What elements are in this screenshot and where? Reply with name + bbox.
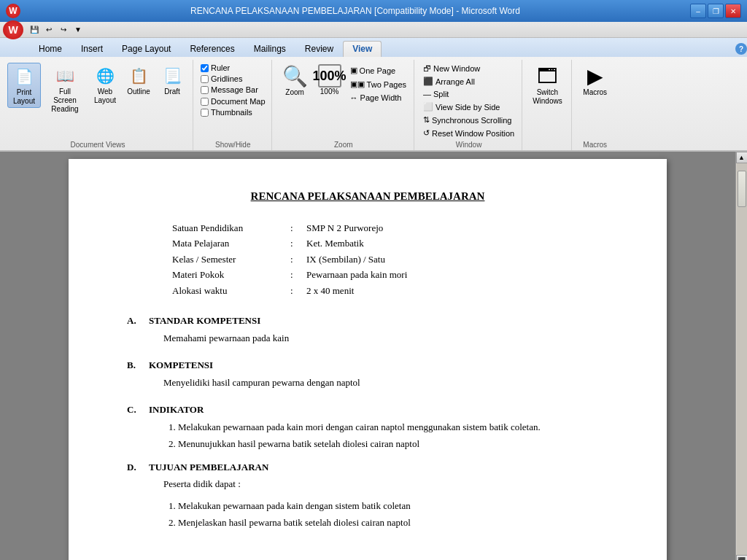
- synchronous-scrolling-button[interactable]: ⇅ Synchronous Scrolling: [420, 114, 514, 126]
- full-screen-reading-button[interactable]: 📖 Full ScreenReading: [42, 63, 88, 115]
- split-icon: —: [423, 90, 431, 98]
- full-screen-label: Full ScreenReading: [47, 88, 83, 114]
- window-row1: 🗗 New Window: [420, 63, 483, 74]
- tab-insert[interactable]: Insert: [71, 41, 112, 57]
- document-views-items: 📄 PrintLayout 📖 Full ScreenReading 🌐 Web…: [7, 61, 188, 139]
- switch-windows-items: 🗔 SwitchWindows: [528, 61, 567, 147]
- one-page-button[interactable]: ▣ One Page: [347, 64, 409, 77]
- office-icon[interactable]: W: [6, 4, 20, 18]
- field-mata-value: Ket. Membatik: [306, 236, 407, 251]
- save-quick-button[interactable]: 💾: [28, 23, 41, 36]
- section-c-content: INDIKATOR Melakukan pewarnaan pada kain …: [149, 402, 608, 454]
- tab-page-layout[interactable]: Page Layout: [112, 41, 180, 57]
- section-b-heading: KOMPETENSI: [149, 358, 608, 373]
- draft-button[interactable]: 📃 Draft: [156, 63, 188, 98]
- zoom-button[interactable]: 🔍 Zoom: [278, 63, 312, 98]
- macros-label: Macros: [583, 88, 607, 97]
- page-width-button[interactable]: ↔ Page Width: [347, 92, 409, 104]
- message-bar-checkbox[interactable]: Message Bar: [199, 85, 260, 95]
- macros-group: ▶ Macros Macros: [573, 60, 617, 150]
- field-materi: Materi Pokok : Pewarnaan pada kain mori: [172, 268, 407, 282]
- field-satuan-colon: :: [290, 221, 305, 236]
- show-hide-group: Ruler Gridlines Message Bar Document Map…: [195, 60, 272, 150]
- section-c: C. INDIKATOR Melakukan pewarnaan pada ka…: [127, 402, 608, 454]
- document-page: RENCANA PELAKSANAAN PEMBELAJARAN Satuan …: [69, 159, 667, 560]
- ribbon: Home Insert Page Layout References Maili…: [0, 38, 747, 152]
- arrange-all-button[interactable]: ⬛ Arrange All: [420, 75, 478, 88]
- minimize-button[interactable]: –: [690, 4, 706, 18]
- close-button[interactable]: ✕: [725, 4, 741, 18]
- thumbnails-checkbox[interactable]: Thumbnails: [199, 107, 267, 117]
- tab-review[interactable]: Review: [295, 41, 343, 57]
- sync-scroll-icon: ⇅: [423, 115, 430, 125]
- quick-access-toolbar: W 💾 ↩ ↪ ▼: [0, 22, 747, 38]
- web-layout-button[interactable]: 🌐 WebLayout: [89, 63, 121, 106]
- draft-label: Draft: [164, 88, 180, 96]
- field-kelas-value: IX (Sembilan) / Satu: [306, 252, 407, 267]
- macros-button[interactable]: ▶ Macros: [578, 63, 611, 98]
- window-title: RENCANA PELAKSANAAN PEMBELAJARAN [Compat…: [20, 6, 690, 16]
- window-controls: – ❐ ✕: [690, 4, 741, 18]
- quick-access-more[interactable]: ▼: [71, 23, 85, 36]
- new-window-label: New Window: [433, 64, 480, 73]
- switch-windows-label: SwitchWindows: [533, 88, 562, 106]
- zoom-group-label: Zoom: [334, 141, 353, 149]
- print-layout-button[interactable]: 📄 PrintLayout: [7, 63, 41, 108]
- document-views-label: Document Views: [71, 141, 125, 149]
- tab-mailings[interactable]: Mailings: [244, 41, 295, 57]
- section-d-content: TUJUAN PEMBELAJARAN Peserta didik dapat …: [149, 460, 608, 533]
- document-area[interactable]: RENCANA PELAKSANAAN PEMBELAJARAN Satuan …: [0, 152, 735, 560]
- field-alokasi-colon: :: [290, 284, 305, 298]
- title-bar-left: W: [6, 4, 20, 18]
- switch-windows-group: 🗔 SwitchWindows: [524, 60, 572, 150]
- window-items: 🗗 New Window ⬛ Arrange All — Split ⬜ Vie…: [420, 61, 517, 139]
- undo-quick-button[interactable]: ↩: [42, 23, 55, 36]
- macros-icon: ▶: [587, 64, 603, 88]
- scroll-up-button[interactable]: ▲: [736, 152, 748, 163]
- document-title: RENCANA PELAKSANAAN PEMBELAJARAN: [127, 188, 608, 205]
- ruler-checkbox[interactable]: Ruler: [199, 63, 260, 73]
- gridlines-checkbox[interactable]: Gridlines: [199, 74, 260, 84]
- outline-button[interactable]: 📋 Outline: [123, 63, 155, 98]
- two-pages-button[interactable]: ▣▣ Two Pages: [347, 78, 409, 90]
- redo-quick-button[interactable]: ↪: [57, 23, 70, 36]
- tab-view[interactable]: View: [343, 41, 382, 57]
- scroll-thumb[interactable]: [738, 171, 746, 207]
- window-group-label: Window: [456, 141, 482, 149]
- field-mata-colon: :: [290, 236, 305, 251]
- switch-windows-button[interactable]: 🗔 SwitchWindows: [528, 63, 567, 107]
- office-button[interactable]: W: [3, 20, 23, 39]
- section-c-letter: C.: [127, 402, 149, 454]
- zoom-100-button[interactable]: 100% 100%: [314, 63, 346, 98]
- show-hide-col1: Ruler Gridlines Message Bar: [199, 63, 260, 95]
- field-alokasi-value: 2 x 40 menit: [306, 284, 407, 298]
- reset-window-button[interactable]: ↺ Reset Window Position: [420, 127, 517, 139]
- view-side-label: View Side by Side: [436, 103, 500, 112]
- zoom-100-icon: 100%: [318, 64, 341, 88]
- field-satuan-label: Satuan Pendidikan: [172, 221, 289, 236]
- section-c-heading: INDIKATOR: [149, 402, 608, 417]
- scroll-page-up-button[interactable]: ⬛: [736, 555, 748, 560]
- restore-button[interactable]: ❐: [708, 4, 724, 18]
- view-side-by-side-button[interactable]: ⬜ View Side by Side: [420, 101, 503, 113]
- outline-label: Outline: [127, 88, 150, 96]
- scroll-bottom-controls: ⬛ ⬛ ▼: [736, 555, 748, 560]
- section-d-intro: Peserta didik dapat :: [163, 477, 608, 491]
- show-hide-label: Show/Hide: [215, 141, 250, 149]
- section-d-heading: TUJUAN PEMBELAJARAN: [149, 460, 608, 475]
- print-layout-label: PrintLayout: [13, 88, 35, 106]
- reset-window-icon: ↺: [423, 128, 430, 138]
- document-map-checkbox[interactable]: Document Map: [199, 96, 267, 106]
- vertical-scrollbar[interactable]: ▲ ⬛ ⬛ ▼: [735, 152, 747, 560]
- tab-references[interactable]: References: [180, 41, 244, 57]
- field-materi-colon: :: [290, 268, 305, 282]
- scroll-track[interactable]: [737, 163, 747, 555]
- two-pages-label: Two Pages: [367, 80, 406, 89]
- list-item: Melakukan pewarnaan pada kain dengan sis…: [178, 499, 608, 513]
- ribbon-content: 📄 PrintLayout 📖 Full ScreenReading 🌐 Web…: [0, 57, 747, 150]
- tab-home[interactable]: Home: [29, 41, 71, 57]
- split-button[interactable]: — Split: [420, 88, 452, 100]
- help-icon[interactable]: ?: [735, 43, 747, 55]
- document-fields-table: Satuan Pendidikan : SMP N 2 Purworejo Ma…: [171, 219, 409, 300]
- new-window-button[interactable]: 🗗 New Window: [420, 63, 483, 74]
